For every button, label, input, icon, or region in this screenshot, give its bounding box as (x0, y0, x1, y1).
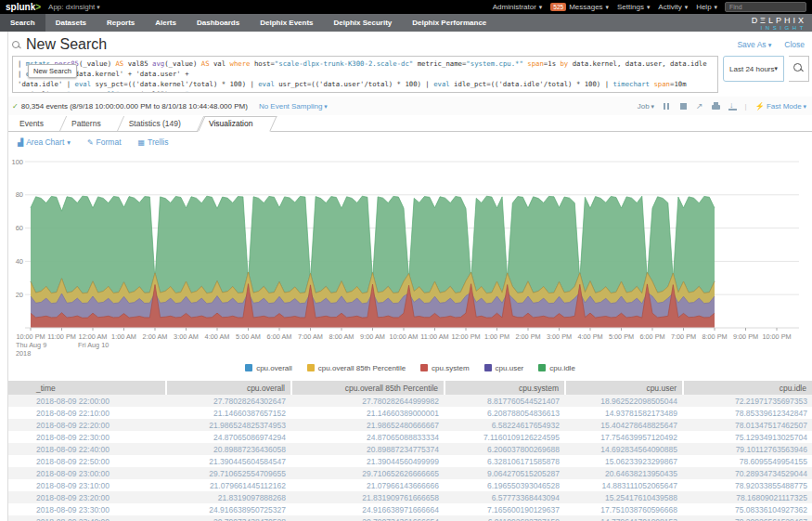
tab-statistics-149[interactable]: Statistics (149) (118, 116, 198, 131)
nav-item-datasets[interactable]: Datasets (45, 14, 97, 32)
nav-item-search[interactable]: Search (0, 14, 45, 32)
cell-cpu-overall[interactable]: 20.89887236436058 (166, 443, 291, 455)
cell-cpu-system[interactable]: 6.57773368443094 (445, 491, 565, 503)
legend-item-cpu-overall[interactable]: cpu.overall (245, 364, 292, 372)
legend-item-cpu-idle[interactable]: cpu.idle (538, 364, 575, 372)
cell-cpu-user[interactable]: 17.751038760596668 (565, 503, 683, 515)
cell-cpu-idle[interactable]: 70.28934734529044 (683, 467, 812, 479)
cell-cpu-system[interactable]: 6.011092682797159 (445, 515, 565, 521)
cell-cpu-overall[interactable]: 21.390445604584547 (166, 455, 291, 467)
cell-cpu-idle[interactable]: 78.01347517462507 (683, 419, 812, 431)
cell-cpu-idle[interactable]: 78.92033855488775 (683, 479, 812, 491)
menu-settings[interactable]: Settings (617, 3, 650, 11)
cell-cpu-user[interactable]: 18.962522098505044 (565, 395, 683, 407)
cell-cpu-idle[interactable]: 78.16809021117325 (683, 491, 812, 503)
menu-activity[interactable]: Activity (658, 3, 688, 11)
cell-cpu-overall[interactable]: 24.87065086974294 (166, 431, 291, 443)
cell-cpu-user[interactable]: 15.404278648825647 (565, 419, 683, 431)
trellis-button[interactable]: ▦Trellis (138, 137, 169, 147)
cell-cpu-user[interactable]: 14.93781582173489 (565, 407, 683, 419)
share-icon[interactable]: ↗ (696, 102, 703, 111)
cell-cpu-idle[interactable]: 75.08336104927362 (683, 503, 812, 515)
cell-time[interactable]: 2018-08-09 22:10:00 (8, 407, 166, 419)
legend-item-cpu-system[interactable]: cpu.system (420, 364, 469, 372)
tab-visualization[interactable]: Visualization (198, 116, 270, 131)
cell-cpu-overall-85th-percentile[interactable]: 21.07966143666666 (291, 479, 445, 491)
cell-cpu-user[interactable]: 20.64638213950435 (565, 467, 683, 479)
cell-cpu-user[interactable]: 15.06233923299867 (565, 455, 683, 467)
cell-time[interactable]: 2018-08-09 22:50:00 (8, 455, 166, 467)
cell-time[interactable]: 2018-08-09 22:40:00 (8, 443, 166, 455)
menu-administrator[interactable]: Administrator (493, 3, 543, 11)
cell-time[interactable]: 2018-08-09 22:20:00 (8, 419, 166, 431)
cell-cpu-system[interactable]: 6.58224617654932 (445, 419, 565, 431)
tab-patterns[interactable]: Patterns (60, 116, 118, 131)
cell-cpu-overall-85th-percentile[interactable]: 24.916638971666664 (291, 503, 445, 515)
cell-cpu-overall[interactable]: 27.78028264302647 (166, 395, 291, 407)
cell-cpu-idle[interactable]: 78.6095549954155 (683, 455, 812, 467)
nav-item-delphix-events[interactable]: Delphix Events (250, 14, 323, 32)
find-input[interactable] (725, 2, 806, 12)
cell-cpu-overall-85th-percentile[interactable]: 21.98652480666667 (291, 419, 445, 431)
search-query-input[interactable]: New Search | mstats perc85(_value) AS va… (12, 56, 718, 93)
cell-time[interactable]: 2018-08-09 23:40:00 (8, 515, 166, 521)
cell-cpu-idle[interactable]: 72.21971735697353 (683, 395, 812, 407)
cell-cpu-overall[interactable]: 24.916638950725327 (166, 503, 291, 515)
job-menu[interactable]: Job (638, 102, 654, 111)
cell-time[interactable]: 2018-08-09 22:30:00 (8, 431, 166, 443)
cell-cpu-overall[interactable]: 21.14660387657152 (166, 407, 291, 419)
run-search-button[interactable] (789, 56, 809, 82)
stop-icon[interactable] (679, 102, 688, 111)
print-icon[interactable] (712, 102, 720, 111)
cell-cpu-system[interactable]: 7.1160109126224595 (445, 431, 565, 443)
col-header-cpu-user[interactable]: cpu.user (565, 381, 683, 395)
menu-messages[interactable]: 525Messages (550, 3, 609, 11)
col-header-time[interactable]: _time (8, 381, 166, 395)
cell-cpu-system[interactable]: 6.208788054836613 (445, 407, 565, 419)
time-range-picker[interactable]: Last 24 hours (723, 56, 784, 82)
cell-cpu-user[interactable]: 14.692834564090885 (565, 443, 683, 455)
format-button[interactable]: ✎Format (87, 137, 122, 147)
cell-cpu-user[interactable]: 14.883111052065647 (565, 479, 683, 491)
cell-cpu-overall-85th-percentile[interactable]: 20.89887234775374 (291, 443, 445, 455)
legend-item-cpu-user[interactable]: cpu.user (484, 364, 524, 372)
cell-cpu-overall-85th-percentile[interactable]: 24.87065088833334 (291, 431, 445, 443)
col-header-cpu-system[interactable]: cpu.system (445, 381, 565, 395)
col-header-cpu-idle[interactable]: cpu.idle (683, 381, 812, 395)
chart-type-picker[interactable]: ▟Area Chart (18, 137, 71, 147)
cell-time[interactable]: 2018-08-09 22:00:00 (8, 395, 166, 407)
cell-cpu-overall[interactable]: 21.8319097888268 (166, 491, 291, 503)
search-mode-selector[interactable]: ⚡ Fast Mode (755, 102, 806, 111)
cell-time[interactable]: 2018-08-09 23:10:00 (8, 479, 166, 491)
nav-item-delphix-performance[interactable]: Delphix Performance (402, 14, 496, 32)
save-as-button[interactable]: Save As (737, 40, 771, 49)
app-menu[interactable]: App: dxinsight (48, 3, 100, 11)
cell-cpu-system[interactable]: 9.064270515205287 (445, 467, 565, 479)
cell-cpu-overall-85th-percentile[interactable]: 27.780282644999982 (291, 395, 445, 407)
event-sampling-dropdown[interactable]: No Event Sampling (259, 102, 328, 111)
cell-cpu-overall-85th-percentile[interactable]: 21.831909761666658 (291, 491, 445, 503)
cell-cpu-idle[interactable]: 75.12934913025704 (683, 431, 812, 443)
nav-item-reports[interactable]: Reports (97, 14, 145, 32)
cell-cpu-overall[interactable]: 20.79073438470528 (166, 515, 291, 521)
close-button[interactable]: Close (784, 40, 805, 49)
cell-cpu-system[interactable]: 8.817760544521407 (445, 395, 565, 407)
cell-cpu-overall-85th-percentile[interactable]: 21.39044560499999 (291, 455, 445, 467)
cell-cpu-idle[interactable]: 79.10112763563946 (683, 443, 812, 455)
cell-cpu-overall[interactable]: 21.079661445112162 (166, 479, 291, 491)
export-icon[interactable] (728, 102, 737, 111)
cell-cpu-user[interactable]: 17.754639957120492 (565, 431, 683, 443)
cell-cpu-user[interactable]: 14.779641701908153 (565, 515, 683, 521)
col-header-cpu-overall-85th-percentile[interactable]: cpu.overall 85th Percentile (291, 381, 445, 395)
cell-cpu-overall-85th-percentile[interactable]: 20.790734361666654 (291, 515, 445, 521)
cell-time[interactable]: 2018-08-09 23:20:00 (8, 491, 166, 503)
cell-cpu-user[interactable]: 15.25417610439588 (565, 491, 683, 503)
cell-cpu-overall[interactable]: 29.710652554709655 (166, 467, 291, 479)
cell-cpu-system[interactable]: 6.196550393046528 (445, 479, 565, 491)
cell-cpu-system[interactable]: 6.328106171585878 (445, 455, 565, 467)
nav-item-alerts[interactable]: Alerts (145, 14, 187, 32)
cell-time[interactable]: 2018-08-09 23:00:00 (8, 467, 166, 479)
cell-cpu-overall[interactable]: 21.986524825374953 (166, 419, 291, 431)
nav-item-delphix-security[interactable]: Delphix Security (324, 14, 403, 32)
tab-events[interactable]: Events (8, 116, 60, 131)
